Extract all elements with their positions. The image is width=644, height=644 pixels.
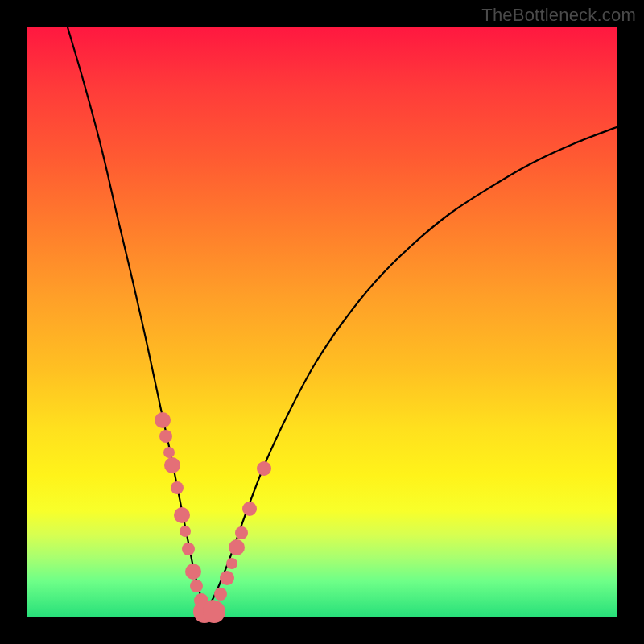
- data-dot: [155, 412, 171, 428]
- right-curve: [208, 127, 617, 609]
- data-dot: [171, 481, 184, 494]
- data-dot: [214, 588, 227, 601]
- data-dot: [257, 461, 271, 476]
- data-dot: [242, 502, 257, 516]
- data-dot: [203, 601, 225, 623]
- data-dot: [226, 558, 237, 569]
- data-dot: [229, 539, 245, 555]
- data-dot: [235, 526, 248, 539]
- data-dot: [185, 564, 201, 580]
- curves-svg: [27, 27, 617, 617]
- chart-frame: TheBottleneck.com: [0, 0, 644, 644]
- data-dot: [220, 571, 234, 585]
- data-dot: [182, 543, 195, 555]
- data-dot: [174, 507, 190, 523]
- watermark-text: TheBottleneck.com: [481, 5, 636, 26]
- data-dot: [159, 430, 172, 443]
- data-dot: [180, 526, 191, 537]
- data-dot: [190, 580, 203, 592]
- data-dot: [163, 447, 175, 458]
- data-dot: [164, 457, 180, 473]
- data-dots: [155, 412, 271, 623]
- plot-area: [27, 27, 617, 617]
